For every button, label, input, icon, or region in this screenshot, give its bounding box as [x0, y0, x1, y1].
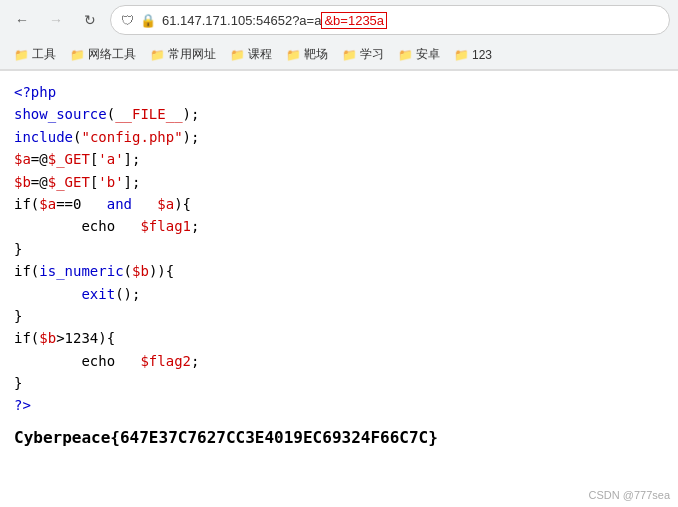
lock-icon: 🔒 [140, 13, 156, 28]
address-bar[interactable]: 🛡 🔒 61.147.171.105:54652?a=a&b=1235a [110, 5, 670, 35]
reload-button[interactable]: ↻ [76, 6, 104, 34]
bookmark-item[interactable]: 📁 网络工具 [64, 44, 142, 65]
page-content: <?php show_source(__FILE__); include("co… [0, 71, 678, 460]
folder-icon: 📁 [230, 48, 245, 62]
watermark: CSDN @777sea [589, 489, 670, 501]
bookmark-label: 安卓 [416, 46, 440, 63]
bookmarks-bar: 📁 工具 📁 网络工具 📁 常用网址 📁 课程 📁 靶场 📁 学习 📁 安卓 [0, 40, 678, 70]
bookmark-label: 靶场 [304, 46, 328, 63]
code-line: $b=@$_GET['b']; [14, 171, 664, 193]
bookmark-item[interactable]: 📁 123 [448, 46, 498, 64]
bookmark-label: 网络工具 [88, 46, 136, 63]
back-button[interactable]: ← [8, 6, 36, 34]
nav-bar: ← → ↻ 🛡 🔒 61.147.171.105:54652?a=a&b=123… [0, 0, 678, 40]
code-line: echo $flag1; [14, 215, 664, 237]
address-params-normal: ?a=a [292, 13, 321, 28]
code-line: } [14, 372, 664, 394]
code-line: } [14, 238, 664, 260]
folder-icon: 📁 [70, 48, 85, 62]
code-line: $a=@$_GET['a']; [14, 148, 664, 170]
bookmark-label: 123 [472, 48, 492, 62]
bookmark-label: 课程 [248, 46, 272, 63]
bookmark-label: 工具 [32, 46, 56, 63]
address-params-highlight: &b=1235a [321, 12, 387, 29]
bookmark-label: 学习 [360, 46, 384, 63]
bookmark-item[interactable]: 📁 学习 [336, 44, 390, 65]
folder-icon: 📁 [150, 48, 165, 62]
folder-icon: 📁 [342, 48, 357, 62]
flag-output: Cyberpeace{647E37C7627CC3E4019EC69324F66… [14, 425, 664, 451]
address-domain: 61.147.171.105:54652 [162, 13, 292, 28]
folder-icon: 📁 [454, 48, 469, 62]
forward-button[interactable]: → [42, 6, 70, 34]
bookmark-item[interactable]: 📁 课程 [224, 44, 278, 65]
security-icon: 🛡 [121, 13, 134, 28]
bookmark-label: 常用网址 [168, 46, 216, 63]
code-line: echo $flag2; [14, 350, 664, 372]
code-line: if($a==0 and $a){ [14, 193, 664, 215]
code-line: exit(); [14, 283, 664, 305]
bookmark-item[interactable]: 📁 常用网址 [144, 44, 222, 65]
browser-chrome: ← → ↻ 🛡 🔒 61.147.171.105:54652?a=a&b=123… [0, 0, 678, 71]
code-line: include("config.php"); [14, 126, 664, 148]
code-line: show_source(__FILE__); [14, 103, 664, 125]
folder-icon: 📁 [14, 48, 29, 62]
code-line: if($b>1234){ [14, 327, 664, 349]
code-line: ?> [14, 394, 664, 416]
code-line: } [14, 305, 664, 327]
code-line: if(is_numeric($b)){ [14, 260, 664, 282]
bookmark-item[interactable]: 📁 工具 [8, 44, 62, 65]
bookmark-item[interactable]: 📁 靶场 [280, 44, 334, 65]
code-line: <?php [14, 81, 664, 103]
folder-icon: 📁 [286, 48, 301, 62]
bookmark-item[interactable]: 📁 安卓 [392, 44, 446, 65]
folder-icon: 📁 [398, 48, 413, 62]
code-block: <?php show_source(__FILE__); include("co… [14, 81, 664, 417]
address-text: 61.147.171.105:54652?a=a&b=1235a [162, 13, 659, 28]
